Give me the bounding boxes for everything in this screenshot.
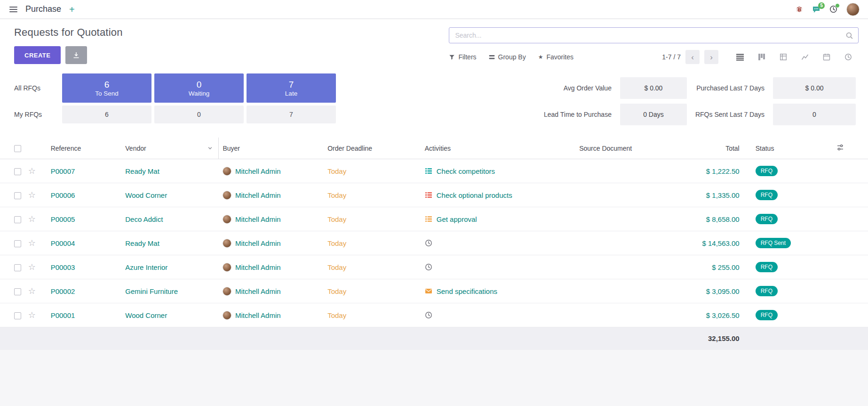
vendor-cell[interactable]: Deco Addict	[125, 215, 163, 223]
rfq-row[interactable]: ☆P00003Azure InteriorMitchell AdminToday…	[0, 255, 868, 279]
header-reference[interactable]: Reference	[47, 138, 122, 159]
rfq-row[interactable]: ☆P00001Wood CornerMitchell AdminToday$ 3…	[0, 303, 868, 327]
favorite-star-icon[interactable]: ☆	[28, 262, 36, 272]
vendor-cell[interactable]: Wood Corner	[125, 191, 167, 199]
sort-chevron-down-icon[interactable]	[207, 146, 213, 151]
header-vendor[interactable]: Vendor	[121, 138, 219, 159]
view-activity-button[interactable]	[838, 50, 859, 64]
tile-to-send[interactable]: 6 To Send	[62, 73, 151, 103]
rfq-row[interactable]: ☆P00007Ready MatMitchell AdminTodayCheck…	[0, 159, 868, 183]
reference-cell[interactable]: P00006	[51, 191, 75, 199]
tasks-icon[interactable]	[425, 167, 432, 175]
my-late-tile[interactable]: 7	[247, 106, 336, 123]
favorite-star-icon[interactable]: ☆	[28, 214, 36, 224]
row-checkbox[interactable]	[14, 216, 21, 223]
activity-cell[interactable]	[425, 311, 572, 319]
favorite-star-icon[interactable]: ☆	[28, 238, 36, 248]
apps-menu-icon[interactable]	[8, 5, 19, 14]
view-list-button[interactable]	[730, 50, 750, 64]
rfq-row[interactable]: ☆P00004Ready MatMitchell AdminToday$ 14,…	[0, 231, 868, 255]
activity-label[interactable]: Check optional products	[437, 191, 512, 199]
header-order-deadline[interactable]: Order Deadline	[324, 138, 421, 159]
view-calendar-button[interactable]	[816, 50, 837, 64]
search-icon[interactable]	[841, 32, 858, 40]
favorite-star-icon[interactable]: ☆	[28, 166, 36, 176]
activity-cell[interactable]	[425, 263, 572, 271]
header-buyer[interactable]: Buyer	[219, 138, 324, 159]
my-waiting-tile[interactable]: 0	[154, 106, 244, 123]
reference-cell[interactable]: P00007	[51, 167, 75, 175]
reference-cell[interactable]: P00004	[51, 239, 75, 247]
clock-icon[interactable]	[425, 239, 432, 247]
tile-late[interactable]: 7 Late	[247, 73, 336, 103]
header-status[interactable]: Status	[752, 138, 812, 159]
reference-cell[interactable]: P00003	[51, 263, 75, 271]
buyer-cell[interactable]: Mitchell Admin	[235, 215, 281, 223]
favorite-star-icon[interactable]: ☆	[28, 190, 36, 200]
view-kanban-button[interactable]	[751, 50, 772, 64]
user-avatar[interactable]	[846, 3, 860, 16]
rfq-row[interactable]: ☆P00005Deco AddictMitchell AdminTodayGet…	[0, 207, 868, 231]
activity-cell[interactable]: Send specifications	[425, 287, 572, 295]
activity-label[interactable]: Get approval	[437, 215, 477, 223]
activity-label[interactable]: Check competitors	[437, 167, 495, 175]
buyer-cell[interactable]: Mitchell Admin	[235, 191, 281, 199]
reference-cell[interactable]: P00001	[51, 311, 75, 319]
pager-previous-button[interactable]: ‹	[685, 50, 700, 64]
optional-columns-icon[interactable]	[836, 144, 844, 151]
app-name[interactable]: Purchase	[25, 4, 61, 14]
row-checkbox[interactable]	[14, 192, 21, 199]
buyer-cell[interactable]: Mitchell Admin	[235, 311, 281, 319]
header-total[interactable]: Total	[696, 138, 752, 159]
clock-icon[interactable]	[425, 311, 432, 319]
vendor-cell[interactable]: Wood Corner	[125, 311, 167, 319]
envelope-icon[interactable]	[425, 287, 432, 295]
clock-icon[interactable]	[425, 263, 432, 271]
pager-next-button[interactable]: ›	[704, 50, 718, 64]
all-rfqs-label[interactable]: All RFQs	[14, 73, 59, 103]
buyer-cell[interactable]: Mitchell Admin	[235, 167, 281, 175]
vendor-cell[interactable]: Ready Mat	[125, 239, 159, 247]
tasks-icon[interactable]	[425, 191, 432, 199]
buyer-cell[interactable]: Mitchell Admin	[235, 239, 281, 247]
view-graph-button[interactable]	[795, 50, 815, 64]
favorite-star-icon[interactable]: ☆	[28, 286, 36, 296]
vendor-cell[interactable]: Ready Mat	[125, 167, 159, 175]
tile-waiting[interactable]: 0 Waiting	[154, 73, 244, 103]
buyer-cell[interactable]: Mitchell Admin	[235, 263, 281, 271]
reference-cell[interactable]: P00005	[51, 215, 75, 223]
my-rfqs-label[interactable]: My RFQs	[14, 106, 59, 123]
favorites-button[interactable]: ★ Favorites	[538, 53, 573, 61]
debug-bug-icon[interactable]	[796, 6, 803, 13]
row-checkbox[interactable]	[14, 240, 21, 247]
create-button[interactable]: CREATE	[14, 46, 61, 64]
activity-cell[interactable]: Check optional products	[425, 191, 572, 199]
buyer-cell[interactable]: Mitchell Admin	[235, 287, 281, 295]
filters-button[interactable]: Filters	[449, 53, 476, 61]
messages-icon[interactable]: 5	[812, 6, 820, 13]
row-checkbox[interactable]	[14, 288, 21, 295]
export-button[interactable]	[65, 46, 87, 64]
tasks-icon[interactable]	[425, 215, 432, 223]
activity-label[interactable]: Send specifications	[437, 287, 497, 295]
select-all-checkbox[interactable]	[14, 145, 21, 152]
header-source-document[interactable]: Source Document	[575, 138, 696, 159]
search-input[interactable]	[449, 28, 841, 43]
vendor-cell[interactable]: Azure Interior	[125, 263, 167, 271]
reference-cell[interactable]: P00002	[51, 287, 75, 295]
vendor-cell[interactable]: Gemini Furniture	[125, 287, 178, 295]
activity-cell[interactable]	[425, 239, 572, 247]
header-activities[interactable]: Activities	[421, 138, 575, 159]
group-by-button[interactable]: Group By	[489, 53, 526, 61]
activity-cell[interactable]: Check competitors	[425, 167, 572, 175]
quick-create-icon[interactable]: +	[67, 5, 77, 14]
my-to-send-tile[interactable]: 6	[62, 106, 151, 123]
row-checkbox[interactable]	[14, 312, 21, 319]
activities-clock-icon[interactable]	[829, 5, 837, 13]
favorite-star-icon[interactable]: ☆	[28, 310, 36, 320]
rfq-row[interactable]: ☆P00006Wood CornerMitchell AdminTodayChe…	[0, 183, 868, 207]
row-checkbox[interactable]	[14, 168, 21, 175]
view-pivot-button[interactable]	[773, 50, 794, 64]
rfq-row[interactable]: ☆P00002Gemini FurnitureMitchell AdminTod…	[0, 279, 868, 303]
activity-cell[interactable]: Get approval	[425, 215, 572, 223]
